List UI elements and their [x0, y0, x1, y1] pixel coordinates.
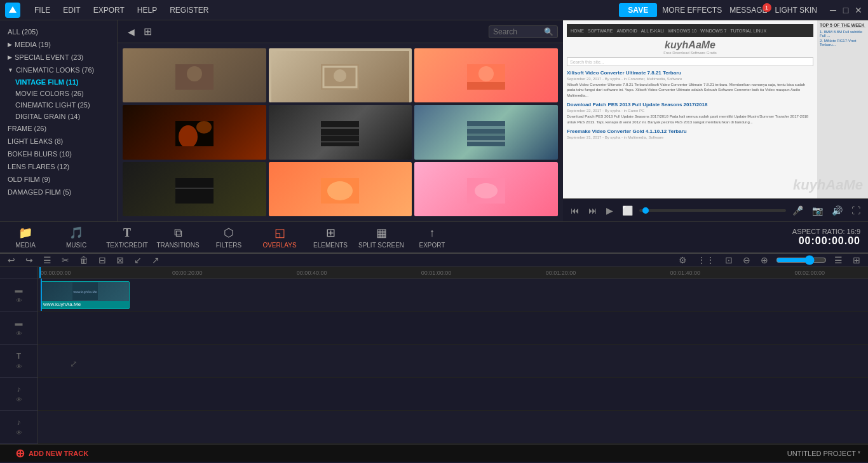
fit-button[interactable]: ⊡	[722, 254, 735, 266]
cat-digital-grain[interactable]: DIGITAL GRAIN (14)	[0, 111, 117, 122]
tool-media[interactable]: 📁 MEDIA	[0, 221, 51, 253]
menu-register[interactable]: REGISTER	[163, 3, 215, 17]
app-logo	[5, 3, 20, 18]
undo-button[interactable]: ↩	[5, 254, 18, 266]
filters-icon: ⬡	[224, 226, 234, 240]
media-thumb-2[interactable]: CALIFORNIA VINTAGE F...	[414, 48, 558, 102]
split-button[interactable]: ⊟	[96, 254, 109, 266]
tool-transitions[interactable]: ⧉ TRANSITIONS	[153, 221, 203, 253]
tool-filters[interactable]: ⬡ FILTERS	[203, 221, 254, 253]
track-label-1: ▬ 👁	[0, 312, 37, 345]
delete-button[interactable]: 🗑	[77, 254, 91, 266]
message-button[interactable]: MESSAGE 1	[729, 6, 767, 15]
fullscreen-preview-button[interactable]: ⬜	[620, 204, 635, 217]
track-eye-1[interactable]: 👁	[16, 330, 22, 337]
track-eye-2[interactable]: 👁	[16, 363, 22, 370]
cat-cinematic-light[interactable]: CINEMATIC LIGHT (25)	[0, 99, 117, 111]
cat-media[interactable]: ▶ MEDIA (19)	[0, 38, 117, 51]
cat-vintage-film[interactable]: VINTAGE FILM (11)	[0, 76, 117, 88]
toolbar: 📁 MEDIA 🎵 MUSIC T TEXT/CREDIT ⧉ TRANSITI…	[0, 221, 868, 253]
menu-export[interactable]: EXPORT	[87, 3, 131, 17]
move-left-button[interactable]: ↙	[132, 254, 144, 266]
svg-rect-19	[467, 140, 505, 142]
media-area: ◀ ⊞ 🔍 8MM DIRT ORGANIC FI...	[118, 20, 563, 221]
tool-overlays[interactable]: ◱ OVERLAYS	[254, 221, 305, 253]
cat-lens-flares[interactable]: LENS FLARES (12)	[0, 160, 117, 173]
svg-marker-0	[9, 6, 17, 13]
zoom-in-button[interactable]: ⊕	[758, 254, 771, 266]
media-thumb-3[interactable]: FILM-BURN	[123, 105, 266, 159]
cut-button[interactable]: ✂	[59, 254, 72, 266]
cat-all[interactable]: ALL (205)	[0, 25, 117, 38]
media-thumb-0[interactable]: 8MM DIRT ORGANIC FI...	[123, 48, 266, 102]
media-thumb-7[interactable]	[269, 162, 412, 216]
cat-movie-colors[interactable]: MOVIE COLORS (26)	[0, 88, 117, 99]
video-clip[interactable]: www.kuyhAa.Me www.kuyhAa.Me	[41, 281, 130, 309]
light-skin-button[interactable]: LIGHT SKIN	[775, 6, 817, 15]
maximize-button[interactable]: □	[841, 6, 850, 15]
tool-text[interactable]: T TEXT/CREDIT	[102, 221, 153, 253]
tool-text-label: TEXT/CREDIT	[106, 242, 148, 249]
cat-bokeh-blurs[interactable]: BOKEH BLURS (10)	[0, 148, 117, 160]
tool-elements[interactable]: ⊞ ELEMENTS	[305, 221, 356, 253]
tool-music[interactable]: 🎵 MUSIC	[51, 221, 102, 253]
skip-back-button[interactable]: ⏭	[586, 204, 600, 217]
zoom-slider[interactable]	[776, 255, 827, 265]
svg-rect-17	[467, 126, 505, 129]
prev-frame-button[interactable]: ⏮	[568, 204, 582, 217]
settings-button[interactable]: ☰	[41, 254, 54, 266]
tool-elements-label: ELEMENTS	[313, 242, 348, 249]
play-button[interactable]: ▶	[604, 204, 616, 217]
media-thumb-6[interactable]	[123, 162, 266, 216]
camera-button[interactable]: 📷	[810, 204, 825, 217]
tool-splitscreen[interactable]: ▦ SPLIT SCREEN	[356, 221, 407, 253]
waveform-button[interactable]: ⋮⋮	[695, 254, 717, 266]
track-row-1	[38, 312, 868, 345]
tool-export[interactable]: ↑ EXPORT	[407, 221, 458, 253]
mic-button[interactable]: 🎤	[790, 204, 806, 217]
media-thumb-1[interactable]: 8MM-FRAME	[269, 48, 412, 102]
save-button[interactable]: SAVE	[619, 3, 657, 17]
zoom-out-button[interactable]: ⊖	[740, 254, 753, 266]
expand-button[interactable]: ⛶	[849, 204, 863, 217]
cat-cinematic-looks[interactable]: ▼ CINEMATIC LOOKS (76)	[0, 64, 117, 76]
menu-help[interactable]: HELP	[131, 3, 163, 17]
more-effects-button[interactable]: MORE EFFECTS	[662, 6, 722, 15]
track-eye-0[interactable]: 👁	[16, 297, 22, 304]
media-header: ◀ ⊞ 🔍	[118, 20, 563, 43]
svg-rect-20	[175, 178, 214, 204]
text-track-icon: T	[17, 352, 21, 361]
track-eye-3[interactable]: 👁	[16, 396, 22, 403]
move-right-button[interactable]: ↗	[149, 254, 162, 266]
minimize-button[interactable]: ─	[829, 6, 837, 15]
track-eye-4[interactable]: 👁	[16, 429, 22, 436]
cat-special-event[interactable]: ▶ SPECIAL EVENT (23)	[0, 51, 117, 64]
media-thumb-5[interactable]: FLICKER-2	[414, 105, 558, 159]
add-track-button[interactable]: ⊕ ADD NEW TRACK	[8, 445, 96, 462]
close-button[interactable]: ✕	[854, 6, 863, 15]
snap-button[interactable]: ⚙	[676, 254, 689, 266]
cat-damaged-film[interactable]: DAMAGED FILM (5)	[0, 186, 117, 198]
menu-edit[interactable]: EDIT	[57, 3, 86, 17]
crop-button[interactable]: ⊠	[114, 254, 126, 266]
menu-file[interactable]: FILE	[28, 3, 57, 17]
search-input[interactable]	[493, 27, 544, 36]
media-thumb-8[interactable]	[414, 162, 558, 216]
list-view-button[interactable]: ☰	[832, 254, 845, 266]
audio-track-icon-0: ♪	[17, 385, 21, 394]
back-button[interactable]: ◀	[123, 25, 140, 38]
cat-frame[interactable]: FRAME (26)	[0, 122, 117, 135]
tool-overlays-label: OVERLAYS	[262, 242, 296, 249]
tool-export-label: EXPORT	[419, 242, 445, 249]
volume-button[interactable]: 🔊	[829, 204, 845, 217]
grid-view-icon[interactable]: ⊞	[144, 25, 152, 38]
ruler-mark-1: 00:00:20:00	[171, 267, 203, 278]
grid-timeline-button[interactable]: ⊞	[850, 254, 863, 266]
progress-bar[interactable]	[639, 209, 786, 212]
media-thumb-4[interactable]: FLICKER-1	[269, 105, 412, 159]
ruler-mark-6: 00:02:00:00	[793, 267, 825, 278]
cat-old-film[interactable]: OLD FILM (9)	[0, 173, 117, 186]
cat-light-leaks[interactable]: LIGHT LEAKS (8)	[0, 135, 117, 148]
aspect-ratio-area: ASPECT RATIO: 16:9 00:00:00.00	[792, 228, 868, 247]
redo-button[interactable]: ↪	[23, 254, 36, 266]
